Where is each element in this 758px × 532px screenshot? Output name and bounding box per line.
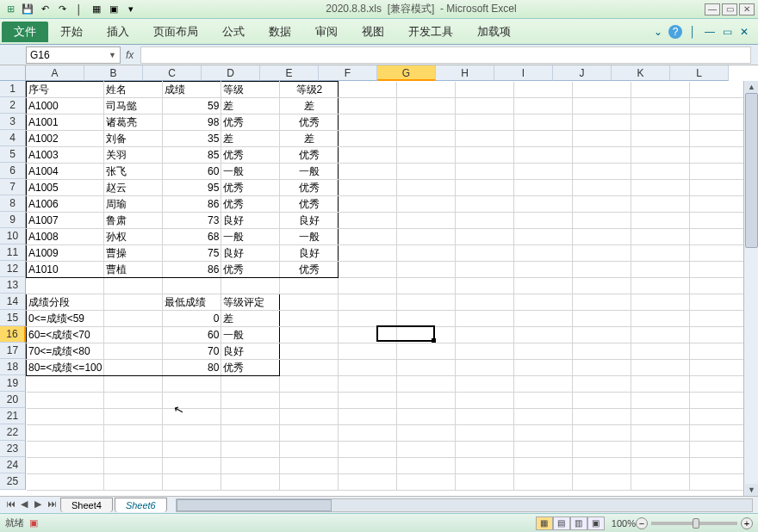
cell-B24[interactable] — [104, 458, 163, 474]
cell-K10[interactable] — [631, 229, 690, 245]
cell-E19[interactable] — [280, 376, 339, 393]
cell-F12[interactable] — [339, 262, 397, 278]
cell-J17[interactable] — [573, 343, 631, 360]
cell-B19[interactable] — [104, 376, 163, 393]
cell-I6[interactable] — [514, 164, 573, 180]
cell-B11[interactable]: 曹操 — [104, 245, 163, 262]
cell-G21[interactable] — [397, 409, 456, 425]
cell-F18[interactable] — [339, 360, 397, 376]
cell-B25[interactable] — [104, 474, 163, 491]
cell-D23[interactable] — [221, 442, 280, 458]
tab-data[interactable]: 数据 — [257, 21, 303, 43]
save-icon[interactable]: 💾 — [21, 3, 34, 16]
cell-L19[interactable] — [690, 376, 749, 393]
cell-L7[interactable] — [690, 180, 749, 196]
doc-min-icon[interactable]: — — [703, 25, 717, 39]
cell-F4[interactable] — [339, 131, 397, 147]
cell-G16[interactable] — [397, 327, 456, 343]
cell-A7[interactable]: A1005 — [27, 180, 104, 196]
cell-F6[interactable] — [339, 164, 397, 180]
cell-E22[interactable] — [280, 425, 339, 442]
cell-J6[interactable] — [573, 164, 631, 180]
cell-K16[interactable] — [631, 327, 690, 343]
cell-L10[interactable] — [690, 229, 749, 245]
cell-B17[interactable] — [104, 343, 163, 360]
zoom-track[interactable] — [651, 522, 737, 525]
tab-last-icon[interactable]: ⏭ — [45, 498, 59, 512]
cell-B1[interactable]: 姓名 — [104, 82, 163, 98]
cell-F5[interactable] — [339, 147, 397, 164]
view-custom-icon[interactable]: ▣ — [587, 517, 605, 530]
col-header-E[interactable]: E — [260, 65, 319, 81]
cell-I10[interactable] — [514, 229, 573, 245]
cell-C11[interactable]: 75 — [163, 245, 221, 262]
row-header-4[interactable]: 4 — [0, 130, 26, 146]
cell-G18[interactable] — [397, 360, 456, 376]
cell-I1[interactable] — [514, 82, 573, 98]
cell-D15[interactable]: 差 — [221, 311, 280, 327]
cell-G14[interactable] — [397, 294, 456, 311]
cell-G17[interactable] — [397, 343, 456, 360]
cell-K25[interactable] — [631, 474, 690, 491]
cell-A8[interactable]: A1006 — [27, 196, 104, 213]
cell-C21[interactable] — [163, 409, 221, 425]
cell-C25[interactable] — [163, 474, 221, 491]
cell-A16[interactable]: 60=<成绩<70 — [27, 327, 104, 343]
cell-E7[interactable]: 优秀 — [280, 180, 339, 196]
cell-E21[interactable] — [280, 409, 339, 425]
cell-I19[interactable] — [514, 376, 573, 393]
cell-J13[interactable] — [573, 278, 631, 294]
cell-J24[interactable] — [573, 458, 631, 474]
cell-F11[interactable] — [339, 245, 397, 262]
cell-G19[interactable] — [397, 376, 456, 393]
cell-E24[interactable] — [280, 458, 339, 474]
cell-G25[interactable] — [397, 474, 456, 491]
cell-H9[interactable] — [456, 213, 514, 229]
cell-F16[interactable] — [339, 327, 397, 343]
worksheet-grid[interactable]: ABCDEFGHIJKL 123456789101112131415161718… — [0, 65, 758, 496]
cell-G9[interactable] — [397, 213, 456, 229]
cell-D12[interactable]: 优秀 — [221, 262, 280, 278]
row-header-11[interactable]: 11 — [0, 244, 26, 261]
cell-A5[interactable]: A1003 — [27, 147, 104, 164]
cell-D19[interactable] — [221, 376, 280, 393]
cell-A14[interactable]: 成绩分段 — [27, 294, 104, 311]
cell-C10[interactable]: 68 — [163, 229, 221, 245]
cell-A22[interactable] — [27, 425, 104, 442]
cell-B2[interactable]: 司马懿 — [104, 98, 163, 114]
cell-E14[interactable] — [280, 294, 339, 311]
cell-K1[interactable] — [631, 82, 690, 98]
cell-K24[interactable] — [631, 458, 690, 474]
cell-D10[interactable]: 一般 — [221, 229, 280, 245]
cell-F23[interactable] — [339, 442, 397, 458]
cell-L21[interactable] — [690, 409, 749, 425]
cell-G20[interactable] — [397, 393, 456, 409]
cell-B5[interactable]: 关羽 — [104, 147, 163, 164]
cell-A2[interactable]: A1000 — [27, 98, 104, 114]
view-pagelayout-icon[interactable]: ▤ — [553, 517, 570, 530]
cell-C22[interactable] — [163, 425, 221, 442]
cell-I13[interactable] — [514, 278, 573, 294]
cell-A24[interactable] — [27, 458, 104, 474]
cell-A3[interactable]: A1001 — [27, 114, 104, 131]
tab-file[interactable]: 文件 — [2, 22, 48, 42]
cell-K8[interactable] — [631, 196, 690, 213]
cell-L22[interactable] — [690, 425, 749, 442]
cell-G1[interactable] — [397, 82, 456, 98]
cell-I17[interactable] — [514, 343, 573, 360]
cell-G22[interactable] — [397, 425, 456, 442]
cell-E10[interactable]: 一般 — [280, 229, 339, 245]
cell-C19[interactable] — [163, 376, 221, 393]
cell-A18[interactable]: 80=<成绩<=100 — [27, 360, 104, 376]
tab-home[interactable]: 开始 — [48, 21, 95, 43]
cell-I22[interactable] — [514, 425, 573, 442]
cell-L25[interactable] — [690, 474, 749, 491]
cell-L12[interactable] — [690, 262, 749, 278]
cell-I18[interactable] — [514, 360, 573, 376]
cell-B18[interactable] — [104, 360, 163, 376]
cell-C13[interactable] — [163, 278, 221, 294]
cell-I11[interactable] — [514, 245, 573, 262]
cell-H23[interactable] — [456, 442, 514, 458]
cell-B4[interactable]: 刘备 — [104, 131, 163, 147]
cell-K18[interactable] — [631, 360, 690, 376]
